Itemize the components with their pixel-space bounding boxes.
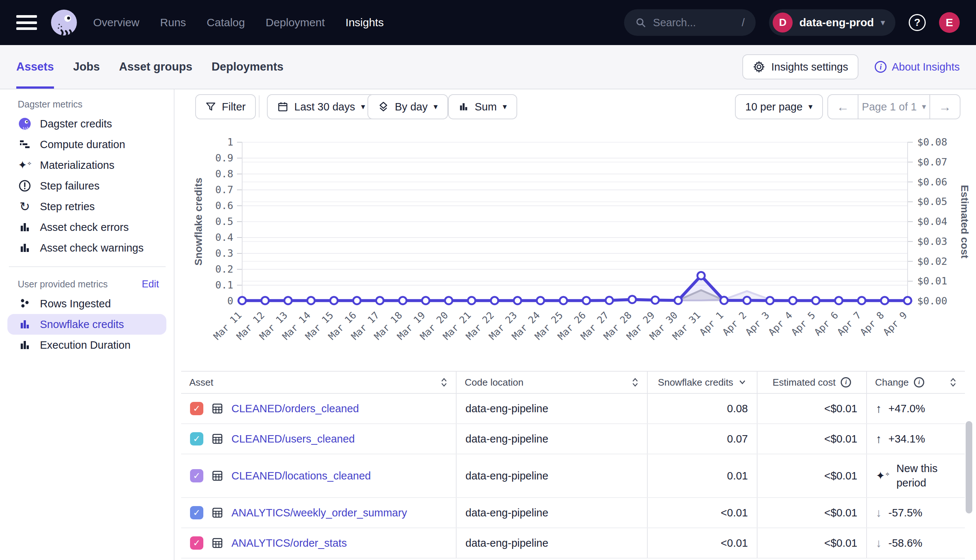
data-point-marker[interactable] [904, 297, 911, 304]
help-icon[interactable]: ? [909, 14, 926, 31]
data-point-marker[interactable] [537, 297, 544, 304]
data-point-marker[interactable] [881, 297, 888, 304]
asset-link[interactable]: CLEANED/locations_cleaned [231, 470, 371, 482]
data-point-marker[interactable] [284, 297, 292, 304]
data-point-marker[interactable] [514, 297, 521, 304]
search-input[interactable]: Search... / [624, 9, 755, 36]
insights-settings-button[interactable]: Insights settings [742, 54, 859, 79]
code-location-cell: data-eng-pipeline [456, 454, 647, 498]
tab-asset-groups[interactable]: Asset groups [119, 45, 192, 89]
asset-link[interactable]: ANALYTICS/weekly_order_summary [231, 507, 407, 519]
asset-checkbox[interactable]: ✓ [190, 432, 203, 445]
page-indicator[interactable]: Page 1 of 1 ▾ [858, 95, 930, 118]
asset-link[interactable]: CLEANED/users_cleaned [231, 433, 355, 445]
data-point-marker[interactable] [697, 272, 705, 279]
user-avatar[interactable]: E [939, 12, 960, 33]
data-point-marker[interactable] [468, 297, 475, 304]
sidebar-item-step-failures[interactable]: Step failures [0, 175, 174, 196]
sidebar-item-asset-check-errors[interactable]: Asset check errors [0, 217, 174, 238]
data-point-marker[interactable] [445, 297, 453, 304]
data-point-marker[interactable] [376, 297, 383, 304]
sidebar-item-execution-duration[interactable]: Execution Duration [0, 335, 174, 355]
asset-link[interactable]: ANALYTICS/order_stats [231, 537, 347, 549]
data-point-marker[interactable] [789, 297, 797, 304]
data-point-marker[interactable] [744, 297, 751, 304]
dagster-logo[interactable] [50, 9, 78, 36]
change-cell: ↑+34.1% [867, 424, 965, 454]
asset-checkbox[interactable]: ✓ [190, 506, 203, 519]
aggregation-button[interactable]: Sum ▾ [448, 94, 517, 119]
nav-item-deployment[interactable]: Deployment [266, 16, 324, 29]
data-point-marker[interactable] [261, 297, 269, 304]
data-point-marker[interactable] [858, 297, 866, 304]
data-point-marker[interactable] [560, 297, 567, 304]
sort-icon[interactable] [440, 378, 448, 387]
svg-text:$0.00: $0.00 [917, 295, 947, 307]
table-row: ✓ANALYTICS/weekly_order_summarydata-eng-… [181, 498, 965, 528]
change-value: +34.1% [888, 433, 925, 445]
code-location-cell: data-eng-pipeline [456, 528, 647, 558]
asset-link[interactable]: CLEANED/orders_cleaned [231, 403, 359, 415]
column-header-code-location[interactable]: Code location [456, 371, 647, 393]
data-point-marker[interactable] [353, 297, 361, 304]
calendar-icon [277, 101, 288, 112]
sort-icon[interactable] [949, 378, 957, 387]
sidebar-item-step-retries[interactable]: ↻ Step retries [0, 196, 174, 217]
dots-icon [18, 298, 32, 310]
vertical-scrollbar[interactable] [966, 421, 972, 513]
date-range-button[interactable]: Last 30 days ▾ [267, 94, 376, 119]
info-icon[interactable]: i [914, 377, 924, 387]
data-point-marker[interactable] [307, 297, 314, 304]
asset-checkbox[interactable]: ✓ [190, 402, 203, 415]
nav-item-catalog[interactable]: Catalog [207, 16, 245, 29]
data-point-marker[interactable] [766, 297, 774, 304]
data-point-marker[interactable] [583, 297, 590, 304]
data-point-marker[interactable] [652, 296, 659, 303]
granularity-button[interactable]: By day ▾ [368, 94, 448, 119]
nav-item-runs[interactable]: Runs [160, 16, 186, 29]
tab-deployments[interactable]: Deployments [211, 45, 284, 89]
column-header-estimated-cost[interactable]: Estimated cost i [757, 371, 867, 393]
x-axis-label: Apr 8 [858, 310, 887, 338]
tab-jobs[interactable]: Jobs [73, 45, 100, 89]
data-point-marker[interactable] [605, 297, 613, 304]
data-point-marker[interactable] [330, 297, 338, 304]
data-point-marker[interactable] [674, 297, 682, 304]
tab-assets[interactable]: Assets [16, 45, 54, 89]
data-point-marker[interactable] [720, 297, 727, 304]
asset-checkbox[interactable]: ✓ [190, 469, 203, 482]
column-header-snowflake-credits[interactable]: Snowflake credits [647, 371, 757, 393]
sidebar-item-rows-ingested[interactable]: Rows Ingested [0, 293, 174, 314]
sidebar-item-label: Step failures [40, 180, 99, 192]
data-point-marker[interactable] [835, 297, 842, 304]
data-point-marker[interactable] [812, 297, 820, 304]
data-point-marker[interactable] [628, 296, 636, 303]
prev-page-button[interactable]: ← [828, 95, 858, 118]
about-insights-link[interactable]: i About Insights [875, 61, 960, 73]
column-header-asset[interactable]: Asset [181, 371, 456, 393]
credits-line-chart[interactable]: 10.90.80.70.60.50.40.30.20.10$0.08$0.07$… [177, 129, 976, 358]
nav-item-insights[interactable]: Insights [346, 16, 384, 29]
edit-metrics-link[interactable]: Edit [142, 273, 159, 290]
bar-chart-icon [18, 318, 32, 330]
nav-item-overview[interactable]: Overview [93, 16, 139, 29]
sidebar-item-dagster-credits[interactable]: Dagster credits [0, 113, 174, 134]
data-point-marker[interactable] [491, 297, 498, 304]
sidebar-item-compute-duration[interactable]: Compute duration [0, 134, 174, 155]
sidebar-item-asset-check-warnings[interactable]: Asset check warnings [0, 238, 174, 258]
hamburger-menu-icon[interactable] [16, 15, 37, 30]
sort-icon[interactable] [632, 378, 639, 387]
sort-desc-icon[interactable] [738, 380, 746, 385]
per-page-button[interactable]: 10 per page ▾ [735, 94, 823, 119]
sidebar-item-snowflake-credits[interactable]: Snowflake credits [7, 314, 166, 335]
next-page-button[interactable]: → [930, 95, 960, 118]
sidebar-item-materializations[interactable]: ✦✧ Materializations [0, 155, 174, 175]
data-point-marker[interactable] [422, 297, 430, 304]
asset-checkbox[interactable]: ✓ [190, 537, 203, 550]
deployment-switcher[interactable]: D data-eng-prod ▾ [769, 9, 896, 36]
data-point-marker[interactable] [239, 297, 246, 304]
info-icon[interactable]: i [841, 377, 851, 387]
column-header-change[interactable]: Change i [867, 371, 965, 393]
data-point-marker[interactable] [399, 297, 406, 304]
filter-button[interactable]: Filter [195, 94, 256, 119]
